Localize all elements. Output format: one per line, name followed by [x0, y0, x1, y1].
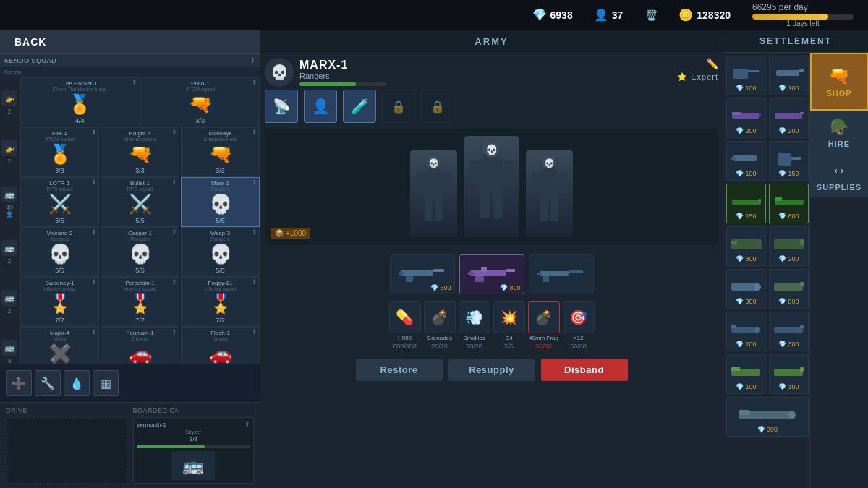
item-4[interactable]: 💎200	[769, 98, 809, 138]
ammo-box-icon: 📦	[275, 229, 284, 237]
weapon-slot-2[interactable]: 💎 800	[459, 254, 524, 294]
item-5[interactable]: 💎100	[726, 141, 766, 181]
ammo-action-button[interactable]: ▦	[93, 370, 119, 396]
svg-rect-38	[748, 70, 760, 72]
svg-rect-60	[774, 283, 803, 291]
svg-rect-45	[800, 112, 804, 114]
edit-icon[interactable]: ✏️	[706, 58, 718, 69]
squad-porcelain[interactable]: ⬆ Porcelain-1 Infantry squad 🎖️ 7/7	[101, 277, 179, 327]
right-panel: SETTLEMENT 💎100 💎100 💎	[723, 30, 868, 488]
wasp-icon: 💀	[209, 243, 232, 265]
consumable-grenades: 💣 Grenades 20/20	[424, 301, 456, 350]
weapon-slot-3[interactable]	[529, 254, 594, 294]
perk-grenade[interactable]: 🧪	[343, 90, 376, 123]
supplies-icon: ↔️	[831, 161, 847, 180]
squad-foggy[interactable]: ⬆ Foggy-11 Infantry squad 🎖️ 7/7	[181, 277, 260, 327]
perk-stealth[interactable]: 👤	[304, 90, 337, 123]
vehicle-type: Stryker	[185, 429, 201, 435]
disband-button[interactable]: Disband	[541, 359, 628, 381]
squad-fire[interactable]: ⬆ Fire-1 ATGM squad 🏅 3/3	[20, 127, 99, 177]
item-cost-9: 💎800	[736, 255, 756, 262]
item-2[interactable]: 💎100	[769, 56, 809, 95]
supplies-button[interactable]: ↔️ SUPPLIES	[810, 154, 868, 197]
sweeney-expand-icon: ⬆	[91, 278, 97, 286]
unit-header-row: 💀 MARX-1 Rangers ✏️ ⭐ Expert	[265, 58, 718, 87]
squad-sweeney[interactable]: ⬆ Sweeney-1 Infantry squad 🎖️ 7/7	[20, 277, 99, 327]
squad-volcano[interactable]: ⬆ Volcano-2 Rangers 💀 5/5	[20, 227, 99, 277]
item-6[interactable]: 💎150	[769, 141, 809, 181]
squad-flash[interactable]: ⬆ Flash-1 Drivers 🚗 3/3	[181, 327, 260, 364]
squad-major[interactable]: ⬆ Major-4 Militia ✖️ 10/10	[20, 327, 99, 364]
item-cost-6: 💎150	[778, 170, 799, 177]
perk-signal[interactable]: 📡	[265, 90, 298, 123]
gold-stat: 🪙 128320	[679, 9, 731, 22]
mini-vehicle-2: 🚁	[1, 140, 17, 156]
svg-rect-42	[732, 112, 741, 115]
supply-action-button[interactable]: 💧	[64, 370, 90, 396]
svg-rect-33	[540, 271, 569, 276]
squad-knight[interactable]: ⬆ Knight-4 Sharpshooters 🔫 3/3	[101, 127, 179, 177]
squad-row-4: 🚌 2 ⬆ Volcano-2 Rangers 💀 5/5 ⬆ Casper-1	[0, 227, 260, 277]
perk-lock-1[interactable]: 🔒	[382, 90, 415, 123]
svg-rect-12	[480, 192, 490, 218]
squad-lotr[interactable]: ⬆ LOTR-1 RPG squad ⚔️ 5/5	[20, 177, 99, 227]
repair-action-button[interactable]: 🔧	[35, 370, 61, 396]
cost-diamond-icon-2: 💎	[500, 284, 508, 291]
resupply-button[interactable]: Resupply	[448, 359, 535, 381]
back-button[interactable]: BACK	[0, 30, 260, 54]
flash-expand-icon: ⬆	[252, 328, 258, 335]
squad-bullet[interactable]: ⬆ Bullet-1 RPG squad ⚔️ 5/5	[101, 177, 179, 227]
item-9[interactable]: 💎800	[726, 226, 766, 266]
squad-marx[interactable]: ⬆ Marx-1 Rangers 💀 5/5	[181, 177, 260, 227]
unit-rank: ⭐ Expert	[677, 72, 718, 82]
svg-rect-28	[470, 270, 506, 276]
hacker-expand-icon: ⬆	[132, 79, 137, 86]
weapon-slot-1[interactable]: 💎 500	[390, 254, 455, 294]
soldier-img-2: 💀	[464, 136, 519, 237]
consumable-grenades-icon[interactable]: 💣	[424, 301, 456, 333]
row-4-grid: ⬆ Volcano-2 Rangers 💀 5/5 ⬆ Casper-1 Ran…	[20, 227, 260, 277]
squad-poco[interactable]: ⬆ Poco-1 ATGM squad 🔫 3/3	[141, 77, 260, 127]
add-action-button[interactable]: ➕	[6, 370, 32, 396]
item-13[interactable]: 💎100	[726, 312, 766, 351]
army-header: ARMY	[260, 30, 723, 53]
row-3-grid: ⬆ LOTR-1 RPG squad ⚔️ 5/5 ⬆ Bullet-1 RPG…	[20, 177, 260, 227]
item-17[interactable]: 💎300	[726, 397, 809, 437]
item-15[interactable]: 💎100	[726, 354, 766, 394]
kendo-squad-header: KENDO SQUAD ⬆	[0, 54, 260, 67]
hire-button[interactable]: 🪖 HIRE	[810, 111, 868, 154]
marx-expand-icon: ⬆	[252, 179, 258, 186]
gold-bar-fill	[752, 14, 828, 20]
squad-casper[interactable]: ⬆ Casper-1 Rangers 💀 5/5	[101, 227, 179, 277]
item-16[interactable]: 💎100	[769, 354, 809, 394]
kendo-expand[interactable]: ⬆	[250, 56, 255, 64]
item-10[interactable]: 💎200	[769, 226, 809, 266]
squad-hacker[interactable]: ⬆ The Hacker-1 Flinch.The Hacker's squ 🏅…	[20, 77, 140, 127]
item-11[interactable]: 💎300	[726, 269, 766, 309]
item-3[interactable]: 💎200	[726, 98, 766, 138]
row-6-grid: ⬆ Major-4 Militia ✖️ 10/10 ⬆ Fountain-1 …	[20, 327, 260, 364]
squad-monkeys[interactable]: ⬆ Monkeys Sharpshooters 🔫 3/3	[181, 127, 260, 177]
item-8[interactable]: 💎600	[769, 184, 809, 223]
item-12[interactable]: 💎800	[769, 269, 809, 309]
perk-lock-2[interactable]: 🔒	[421, 90, 454, 123]
boarded-slot[interactable]: Vermouth-1 ⬆ Stryker 3/3 🚌	[133, 417, 255, 484]
item-1[interactable]: 💎100	[726, 56, 766, 95]
consumable-40mm-icon[interactable]: 💣	[528, 301, 560, 333]
consumable-h900-icon[interactable]: 💊	[389, 301, 421, 333]
svg-rect-44	[775, 113, 802, 119]
svg-rect-36	[537, 273, 542, 275]
item-14[interactable]: 💎300	[769, 312, 809, 351]
restore-button[interactable]: Restore	[356, 359, 443, 381]
items-area: 💎100 💎100 💎200 💎200	[723, 53, 809, 488]
consumable-x12-icon[interactable]: 🎯	[563, 301, 595, 333]
consumable-c4-icon[interactable]: 💥	[493, 301, 525, 333]
squad-fountain[interactable]: ⬆ Fountain-1 Drivers 🚗 3/3	[101, 327, 179, 364]
consumable-smokies-icon[interactable]: 💨	[459, 301, 490, 333]
kondo-sub: Kondo	[0, 67, 260, 77]
item-7[interactable]: 💎150	[726, 184, 766, 223]
squads-scroll: KENDO SQUAD ⬆ Kondo 🚁 2 ⬆ The Hacker-1 F…	[0, 54, 260, 364]
shop-button[interactable]: 🔫 SHOP	[810, 53, 868, 111]
svg-rect-30	[475, 276, 484, 282]
squad-wasp[interactable]: ⬆ Wasp-3 Rangers 💀 5/5	[181, 227, 260, 277]
